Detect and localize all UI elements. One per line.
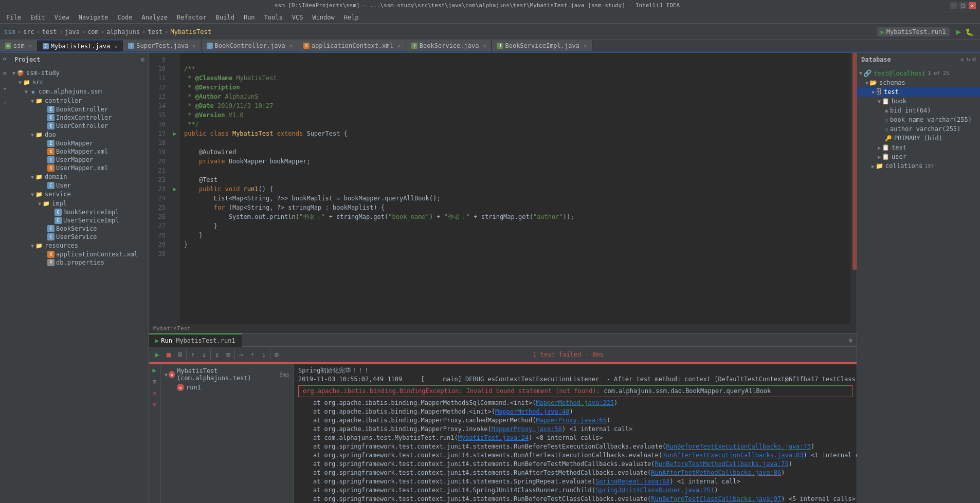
tab-appcontext-close[interactable]: ✕ bbox=[397, 43, 401, 49]
link-mappermethod-48[interactable]: MapperMethod.java:48 bbox=[495, 408, 570, 415]
run-button[interactable]: ▶ bbox=[956, 27, 961, 36]
prev-failure-button[interactable]: ↑ bbox=[188, 349, 198, 360]
tree-db-properties[interactable]: P db.properties bbox=[10, 258, 149, 267]
menu-refactor[interactable]: Refactor bbox=[173, 13, 211, 22]
link-mappermethod-225[interactable]: MapperMethod.java:225 bbox=[536, 399, 614, 406]
link-springrepeat-84[interactable]: SpringRepeat.java:84 bbox=[595, 478, 670, 485]
expand-dao[interactable]: ▼ bbox=[31, 132, 34, 138]
run-config[interactable]: ▶ MybatisTest.run1 bbox=[877, 27, 950, 36]
run-class-icon[interactable]: ▶ bbox=[170, 129, 180, 138]
expand-button[interactable]: ⊞ bbox=[223, 349, 233, 360]
tree-service[interactable]: ▼ 📁 service bbox=[10, 190, 149, 199]
expand-resources[interactable]: ▼ bbox=[31, 243, 34, 249]
tab-bookcontroller[interactable]: J BookController.java ✕ bbox=[202, 40, 298, 52]
menu-run[interactable]: Run bbox=[240, 13, 259, 22]
tree-resources[interactable]: ▼ 📁 resources bbox=[10, 241, 149, 250]
editor-scrollbar[interactable] bbox=[850, 53, 857, 324]
link-runbeforemethod-75[interactable]: RunBeforeTestMethodCallbacks.java:75 bbox=[655, 460, 789, 468]
link-runaftermethod-86[interactable]: RunAfterTestMethodCallbacks.java:86 bbox=[651, 469, 781, 476]
run-left-rerun-icon[interactable]: ▶ bbox=[153, 366, 157, 374]
tab-mybatistest[interactable]: J MybatisTest.java ✕ bbox=[38, 40, 123, 52]
db-col-bookname[interactable]: ○ book_name varchar(255) bbox=[857, 115, 980, 124]
settings-button[interactable]: ⚙ bbox=[271, 349, 282, 360]
link-runbeforeclass-97[interactable]: RunBeforeTestClassCallbacks.java:97 bbox=[651, 495, 781, 502]
tab-bookservice-close[interactable]: ✕ bbox=[483, 43, 486, 49]
tree-bookmapper-xml[interactable]: X BookMapper.xml bbox=[10, 147, 149, 156]
menu-tools[interactable]: Tools bbox=[260, 13, 287, 22]
run-left-fail-icon[interactable]: ✕ bbox=[153, 389, 156, 397]
project-icon[interactable]: P bbox=[1, 55, 9, 63]
expand-test-table[interactable]: ▶ bbox=[878, 145, 881, 151]
expand-src[interactable]: ▼ bbox=[19, 80, 22, 85]
link-mapperproxy-58[interactable]: MapperProxy.java:58 bbox=[492, 425, 562, 433]
breadcrumb-java[interactable]: java bbox=[65, 28, 80, 35]
tab-bookserviceimpl[interactable]: J BookServiceImpl.java ✕ bbox=[492, 40, 592, 52]
menu-file[interactable]: File bbox=[2, 13, 25, 22]
import-button[interactable]: ⇣ bbox=[259, 349, 269, 360]
sort-button[interactable]: ↕ bbox=[212, 349, 222, 360]
menu-window[interactable]: Window bbox=[308, 13, 338, 22]
tab-appcontext[interactable]: X applicationContext.xml ✕ bbox=[298, 40, 406, 52]
expand-impl[interactable]: ▼ bbox=[38, 201, 41, 207]
run-left-x-icon[interactable]: ⊗ bbox=[153, 401, 156, 408]
run-method-icon[interactable]: ▶ bbox=[170, 184, 180, 194]
tree-src[interactable]: ▼ 📁 src bbox=[10, 78, 149, 87]
tree-bookserviceimpl[interactable]: C BookServiceImpl bbox=[10, 208, 149, 216]
tab-ssm[interactable]: m ssm ✕ bbox=[0, 40, 38, 52]
db-col-bid[interactable]: ◉ bid int(64) bbox=[857, 106, 980, 115]
db-collations[interactable]: ▶ 📁 collations 197 bbox=[857, 161, 980, 171]
expand-book[interactable]: ▼ bbox=[878, 99, 881, 104]
menu-navigate[interactable]: Navigate bbox=[75, 13, 113, 22]
tree-com-alphajuns-ssm[interactable]: ▼ ◼ com.alphajuns.ssm bbox=[10, 87, 149, 96]
link-runbefore-73[interactable]: RunBeforeTestExecutionCallbacks.java:73 bbox=[666, 443, 811, 450]
tab-supertest-close[interactable]: ✕ bbox=[193, 43, 196, 49]
tree-impl[interactable]: ▼ 📁 impl bbox=[10, 199, 149, 208]
test-item-run1[interactable]: ✕ run1 bbox=[160, 383, 294, 392]
breadcrumb-src[interactable]: src bbox=[23, 28, 34, 35]
vcs-icon[interactable]: ↑ bbox=[1, 98, 9, 106]
stop-button[interactable]: ■ bbox=[164, 349, 174, 360]
menu-vcs[interactable]: VCS bbox=[288, 13, 307, 22]
tab-bookcontroller-close[interactable]: ✕ bbox=[289, 43, 293, 49]
run-panel-settings-icon[interactable]: ⚙ bbox=[849, 337, 852, 344]
expand-connection[interactable]: ▼ bbox=[859, 70, 862, 76]
menu-view[interactable]: View bbox=[50, 13, 74, 22]
maximize-button[interactable]: □ bbox=[959, 2, 967, 9]
tree-controller[interactable]: ▼ 📁 controller bbox=[10, 96, 149, 105]
breadcrumb-alphajuns[interactable]: alphajuns bbox=[106, 28, 140, 35]
tree-usercontroller[interactable]: C UserController bbox=[10, 122, 149, 130]
tree-usermapper-xml[interactable]: X UserMapper.xml bbox=[10, 164, 149, 172]
tree-ssm-module[interactable]: ▼ 📦 ssm-study bbox=[10, 68, 149, 78]
breadcrumb-mybatistest[interactable]: MybatisTest bbox=[170, 28, 211, 35]
menu-build[interactable]: Build bbox=[212, 13, 239, 22]
tree-usermapper[interactable]: I UserMapper bbox=[10, 156, 149, 164]
tree-userservice[interactable]: I UserService bbox=[10, 233, 149, 241]
db-primary-key[interactable]: 🔑 PRIMARY (bid) bbox=[857, 134, 980, 143]
breadcrumb-test[interactable]: test bbox=[42, 28, 57, 35]
project-settings-icon[interactable]: ⚙ bbox=[141, 56, 144, 63]
db-settings-icon[interactable]: ⚙ bbox=[972, 55, 976, 64]
pause-button[interactable]: ⏸ bbox=[175, 349, 185, 360]
expand-mybatistest[interactable]: ▼ bbox=[165, 372, 168, 378]
console-output[interactable]: Spring初始化完毕！！！ 2019-11-03 10:55:07,449 1… bbox=[294, 364, 857, 503]
db-user-table[interactable]: ▶ 📋 user bbox=[857, 152, 980, 161]
tree-bookmapper[interactable]: I BookMapper bbox=[10, 139, 149, 147]
minimize-button[interactable]: — bbox=[950, 2, 957, 9]
expand-schemas[interactable]: ▼ bbox=[865, 80, 868, 86]
db-col-author[interactable]: ○ author varchar(255) bbox=[857, 124, 980, 134]
tab-mybatistest-close[interactable]: ✕ bbox=[114, 44, 117, 49]
db-book-table[interactable]: ▼ 📋 book bbox=[857, 97, 980, 106]
link-runafter-83[interactable]: RunAfterTestExecutionCallbacks.java:83 bbox=[662, 452, 804, 459]
close-button[interactable]: ✕ bbox=[969, 2, 976, 9]
test-item-mybatistest[interactable]: ▼ ✕ MybatisTest (com.alphajuns.test) 8ms bbox=[160, 366, 294, 383]
run-left-tree-icon[interactable]: ⊞ bbox=[153, 378, 156, 385]
expand-service[interactable]: ▼ bbox=[31, 192, 34, 197]
db-connection[interactable]: ▼ 🔗 test@localhost 1 of 25 bbox=[857, 68, 980, 78]
export-button[interactable]: ⇡ bbox=[247, 349, 258, 360]
tree-domain[interactable]: ▼ 📁 domain bbox=[10, 172, 149, 181]
tree-bookservice[interactable]: I BookService bbox=[10, 225, 149, 233]
expand-domain[interactable]: ▼ bbox=[31, 174, 34, 180]
scroll-button[interactable]: ⇒ bbox=[236, 349, 246, 360]
expand-user-table[interactable]: ▶ bbox=[878, 154, 881, 160]
expand-test-schema[interactable]: ▼ bbox=[872, 89, 875, 95]
